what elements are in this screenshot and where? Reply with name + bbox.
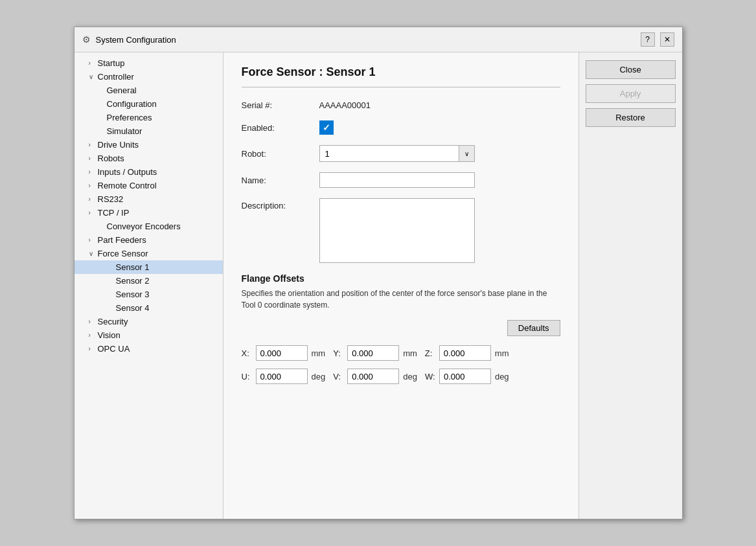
u-input[interactable] [256, 369, 308, 384]
flange-offsets-desc: Specifies the orientation and position o… [242, 288, 560, 311]
help-button[interactable]: ? [641, 32, 655, 47]
dialog: ⚙ System Configuration ? ✕ › Startup ∨ C… [74, 27, 683, 519]
v-input[interactable] [347, 369, 399, 384]
restore-button[interactable]: Restore [586, 108, 676, 127]
arrow-icon: › [89, 209, 98, 216]
w-input[interactable] [439, 369, 491, 384]
x-input[interactable] [256, 345, 308, 361]
sidebar-label: RS232 [98, 194, 124, 204]
v-coord-group: V: deg [333, 369, 417, 384]
arrow-icon: › [89, 318, 98, 325]
arrow-icon: › [89, 182, 98, 189]
y-coord-group: Y: mm [333, 345, 417, 361]
sidebar-item-drive-units[interactable]: › Drive Units [74, 138, 223, 152]
z-coord-group: Z: mm [425, 345, 509, 361]
apply-button[interactable]: Apply [586, 84, 676, 103]
u-coord-group: U: deg [242, 369, 326, 384]
z-input[interactable] [439, 345, 491, 361]
x-label: X: [242, 348, 252, 358]
sidebar-item-configuration[interactable]: Configuration [74, 97, 223, 111]
sidebar-item-controller[interactable]: ∨ Controller [74, 70, 223, 84]
sidebar-item-part-feeders[interactable]: › Part Feeders [74, 233, 223, 247]
sidebar-item-general[interactable]: General [74, 84, 223, 97]
sidebar-label: Controller [98, 72, 134, 82]
name-row: Name: [242, 172, 560, 188]
robot-select[interactable]: 1 ∨ [319, 145, 475, 162]
settings-icon: ⚙ [82, 34, 91, 45]
sidebar-item-remote-control[interactable]: › Remote Control [74, 179, 223, 192]
sidebar-label: Force Sensor [98, 249, 148, 258]
sidebar: › Startup ∨ Controller General Configura… [74, 52, 223, 519]
arrow-icon: › [89, 141, 98, 148]
sidebar-label: Inputs / Outputs [98, 167, 157, 177]
sidebar-item-startup[interactable]: › Startup [74, 56, 223, 70]
sidebar-label: Security [98, 317, 128, 326]
sidebar-item-sensor3[interactable]: Sensor 3 [74, 288, 223, 301]
window-close-button[interactable]: ✕ [660, 32, 674, 47]
sidebar-label: Vision [98, 330, 120, 340]
y-input[interactable] [347, 345, 399, 361]
page-title: Force Sensor : Sensor 1 [242, 65, 560, 79]
sidebar-item-inputs-outputs[interactable]: › Inputs / Outputs [74, 165, 223, 179]
w-coord-group: W: deg [425, 369, 509, 384]
sidebar-label: Preferences [107, 113, 152, 122]
dialog-title: System Configuration [96, 35, 176, 45]
x-unit: mm [312, 348, 326, 358]
sidebar-item-conveyor-encoders[interactable]: Conveyor Encoders [74, 220, 223, 233]
right-panel: Close Apply Restore [578, 52, 682, 519]
dropdown-arrow-icon[interactable]: ∨ [459, 146, 474, 161]
sidebar-item-sensor4[interactable]: Sensor 4 [74, 301, 223, 315]
sidebar-item-vision[interactable]: › Vision [74, 328, 223, 342]
defaults-button[interactable]: Defaults [507, 320, 560, 336]
close-button[interactable]: Close [586, 60, 676, 79]
sidebar-item-robots[interactable]: › Robots [74, 152, 223, 165]
content-area: Force Sensor : Sensor 1 Serial #: AAAAA0… [223, 52, 578, 519]
arrow-icon: › [89, 332, 98, 339]
title-bar-buttons: ? ✕ [641, 32, 674, 47]
enabled-checkbox[interactable]: ✓ [319, 120, 334, 135]
enabled-label: Enabled: [242, 123, 319, 133]
description-label: Description: [242, 198, 319, 210]
sidebar-item-opc-ua[interactable]: › OPC UA [74, 342, 223, 356]
description-input[interactable] [319, 198, 475, 263]
robot-label: Robot: [242, 149, 319, 159]
robot-select-value: 1 [320, 149, 459, 159]
sidebar-item-tcp-ip[interactable]: › TCP / IP [74, 206, 223, 220]
flange-offsets-title: Flange Offsets [242, 273, 560, 284]
arrow-icon: › [89, 236, 98, 244]
sidebar-label: TCP / IP [98, 208, 130, 218]
u-unit: deg [312, 372, 326, 381]
defaults-row: Defaults [242, 320, 560, 336]
sidebar-label: General [107, 85, 137, 95]
robot-row: Robot: 1 ∨ [242, 145, 560, 162]
w-label: W: [425, 372, 435, 381]
arrow-icon: › [89, 196, 98, 203]
sidebar-label: Conveyor Encoders [107, 222, 181, 231]
arrow-icon: › [89, 155, 98, 162]
sidebar-item-security[interactable]: › Security [74, 315, 223, 328]
y-label: Y: [333, 348, 343, 358]
z-unit: mm [495, 348, 509, 358]
sidebar-label: Sensor 1 [116, 262, 150, 272]
sidebar-item-simulator[interactable]: Simulator [74, 124, 223, 138]
sidebar-label: Sensor 4 [116, 303, 150, 313]
xyz-coord-row: X: mm Y: mm Z: mm [242, 345, 560, 361]
description-row: Description: [242, 198, 560, 263]
name-input[interactable] [319, 172, 475, 188]
sidebar-item-preferences[interactable]: Preferences [74, 111, 223, 124]
enabled-row: Enabled: ✓ [242, 120, 560, 135]
sidebar-item-rs232[interactable]: › RS232 [74, 192, 223, 206]
sidebar-label: Part Feeders [98, 235, 146, 245]
title-bar: ⚙ System Configuration ? ✕ [74, 27, 682, 52]
serial-label: Serial #: [242, 100, 319, 110]
sidebar-item-force-sensor[interactable]: ∨ Force Sensor [74, 247, 223, 260]
name-label: Name: [242, 176, 319, 185]
serial-row: Serial #: AAAAA00001 [242, 100, 560, 110]
w-unit: deg [495, 372, 509, 381]
sidebar-item-sensor2[interactable]: Sensor 2 [74, 274, 223, 288]
sidebar-item-sensor1[interactable]: Sensor 1 [74, 260, 223, 274]
divider [242, 87, 560, 87]
sidebar-label: Startup [98, 58, 125, 68]
arrow-icon: ∨ [89, 73, 98, 80]
serial-value: AAAAA00001 [319, 100, 371, 110]
